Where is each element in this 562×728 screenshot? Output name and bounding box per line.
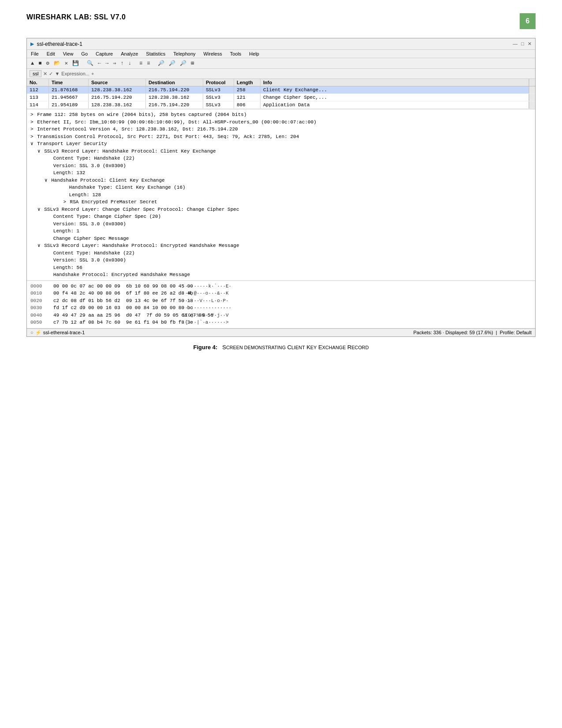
filter-check-icon[interactable]: ✓ — [49, 71, 53, 77]
toolbar-fwd[interactable]: → — [104, 60, 110, 67]
detail-line: Length: 56 — [30, 264, 532, 272]
figure-caption: Figure 4: SCREEN DEMONSTRATING CLIENT KE… — [26, 344, 536, 351]
statusbar-stats: Packets: 336 · Displayed: 59 (17.6%) | P… — [413, 330, 532, 335]
packet-proto: SSLv3 — [203, 94, 234, 101]
toolbar-zoom-in[interactable]: 🔎 — [156, 60, 166, 67]
header-source: Source — [89, 79, 146, 86]
detail-line[interactable]: ∨ Transport Layer Security — [30, 140, 532, 148]
detail-line[interactable]: > Internet Protocol Version 4, Src: 128.… — [30, 126, 532, 133]
packet-time: 21.945667 — [49, 94, 89, 101]
menu-analyze[interactable]: Analyze — [119, 51, 139, 57]
close-button[interactable]: ✕ — [528, 41, 532, 47]
hex-row: 0040 49 49 47 29 aa aa 25 96 d0 47 7f d0… — [30, 312, 532, 319]
table-row[interactable]: 114 21.954189 128.238.38.162 216.75.194.… — [27, 101, 535, 109]
statusbar-left: ○ ⚡ ssl-ethereal-trace-1 — [30, 330, 85, 336]
scrollbar-stub-row — [529, 86, 535, 93]
menu-help[interactable]: Help — [248, 51, 261, 57]
caption-label: Figure 4: — [193, 344, 217, 351]
detail-line: Handshake Protocol: Encrypted Handshake … — [30, 271, 532, 279]
packet-len: 258 — [234, 86, 261, 93]
toolbar-colorize[interactable]: ≡ — [138, 60, 144, 67]
expression-button[interactable]: Expression... — [61, 71, 89, 76]
menu-capture[interactable]: Capture — [94, 51, 114, 57]
menu-edit[interactable]: Edit — [45, 51, 56, 57]
packet-proto: SSLv3 — [203, 86, 234, 93]
detail-line[interactable]: ∨ SSLv3 Record Layer: Handshake Protocol… — [30, 242, 532, 250]
toolbar-save[interactable]: 💾 — [71, 60, 80, 67]
toolbar-autoscroll[interactable]: ≡ — [145, 60, 151, 67]
packet-info: Change Cipher Spec,... — [261, 94, 529, 101]
caption-text — [219, 344, 221, 351]
table-row[interactable]: 112 21.876168 128.238.38.162 216.75.194.… — [27, 86, 535, 94]
titlebar-left: ▶ ssl-ethereal-trace-1 — [30, 40, 82, 48]
detail-line[interactable]: ∨ SSLv3 Record Layer: Change Cipher Spec… — [30, 206, 532, 213]
toolbar: ▲ ■ ⚙ 📂 ✕ 💾 🔍 ← → ⇒ ↑ ↓ ≡ ≡ 🔎 🔎 🔎 ⊞ — [27, 58, 535, 69]
toolbar-stop[interactable]: ■ — [37, 60, 43, 67]
toolbar-dn[interactable]: ↓ — [127, 60, 133, 67]
packet-len: 121 — [234, 94, 261, 101]
menu-statistics[interactable]: Statistics — [145, 51, 167, 57]
detail-line: Version: SSL 3.0 (0x0300) — [30, 220, 532, 228]
menu-tools[interactable]: Tools — [229, 51, 243, 57]
detail-line: Handshake Type: Client Key Exchange (16) — [30, 184, 532, 191]
packet-no: 114 — [27, 101, 49, 108]
packet-list-header: No. Time Source Destination Protocol Len… — [27, 79, 535, 86]
filter-add-button[interactable]: + — [91, 71, 94, 76]
toolbar-up[interactable]: ↑ — [119, 60, 125, 67]
hex-offset: 0050 — [30, 319, 48, 326]
table-row[interactable]: 113 21.945667 216.75.194.220 128.238.38.… — [27, 94, 535, 101]
packet-dst: 128.238.38.162 — [146, 94, 203, 101]
toolbar-zoom-normal[interactable]: 🔎 — [179, 60, 188, 67]
window-title: ssl-ethereal-trace-1 — [37, 41, 82, 47]
hex-row: 0010 00 f4 48 2c 40 00 80 06 6f 1f 80 ee… — [30, 290, 532, 297]
menu-telephony[interactable]: Telephony — [172, 51, 197, 57]
maximize-button[interactable]: □ — [521, 41, 524, 47]
detail-line[interactable]: ∨ SSLv3 Record Layer: Handshake Protocol… — [30, 148, 532, 155]
detail-line: Content Type: Handshake (22) — [30, 250, 532, 257]
toolbar-find[interactable]: 🔍 — [86, 60, 95, 67]
filter-dropdown-icon[interactable]: ▼ — [55, 71, 60, 76]
packet-info: Application Data — [261, 101, 529, 108]
toolbar-go[interactable]: ⇒ — [112, 60, 117, 67]
toolbar-resize[interactable]: ⊞ — [190, 60, 195, 67]
toolbar-start[interactable]: ▲ — [30, 60, 35, 67]
hex-bytes: 00 00 0c 07 ac 00 00 09 6b 10 60 99 08 0… — [53, 283, 177, 290]
detail-line: Version: SSL 3.0 (0x0300) — [30, 162, 532, 170]
header-no: No. — [27, 79, 49, 86]
toolbar-zoom-out[interactable]: 🔎 — [167, 60, 177, 67]
toolbar-close[interactable]: ✕ — [63, 60, 69, 67]
packet-info: Client Key Exchange... — [261, 86, 529, 93]
detail-line[interactable]: > Ethernet II, Src: Ibm_10:60:99 (00:09:… — [30, 119, 532, 126]
detail-line[interactable]: > RSA Encrypted PreMaster Secret — [30, 198, 532, 206]
detail-line[interactable]: > Frame 112: 258 bytes on wire (2064 bit… — [30, 111, 532, 119]
window-controls[interactable]: — □ ✕ — [513, 41, 532, 47]
hex-row: 0000 00 00 0c 07 ac 00 00 09 6b 10 60 99… — [30, 283, 532, 290]
titlebar: ▶ ssl-ethereal-trace-1 — □ ✕ — [27, 38, 535, 50]
menu-wireless[interactable]: Wireless — [202, 51, 223, 57]
filter-x-icon[interactable]: ✕ — [43, 71, 47, 77]
header-time: Time — [49, 79, 89, 86]
hex-ascii: IIG)·%·G··Y·j··V — [182, 312, 229, 319]
detail-line: Content Type: Change Cipher Spec (20) — [30, 213, 532, 220]
menu-go[interactable]: Go — [80, 51, 89, 57]
hex-ascii: ················· — [182, 304, 231, 312]
toolbar-open[interactable]: 📂 — [52, 60, 62, 67]
minimize-button[interactable]: — — [513, 41, 517, 47]
hex-ascii: ··H,@···o···&··K — [182, 290, 229, 297]
hex-offset: 0030 — [30, 304, 48, 312]
packet-src: 216.75.194.220 — [89, 94, 146, 101]
page-title: WIRESHARK LAB: SSL V7.0 — [26, 13, 126, 21]
detail-line[interactable]: > Transmission Control Protocol, Src Por… — [30, 133, 532, 141]
menu-file[interactable]: File — [30, 51, 40, 57]
page-number: 6 — [520, 13, 536, 29]
page-header: WIRESHARK LAB: SSL V7.0 6 — [26, 13, 536, 29]
hex-ascii: ·········k·`···E· — [182, 283, 231, 290]
detail-line[interactable]: ∨ Handshake Protocol: Client Key Exchang… — [30, 177, 532, 184]
statusbar-filename: ssl-ethereal-trace-1 — [43, 330, 85, 335]
packet-time: 21.876168 — [49, 86, 89, 93]
toolbar-back[interactable]: ← — [97, 60, 102, 67]
toolbar-restart[interactable]: ⚙ — [45, 60, 50, 67]
packet-src: 128.238.38.162 — [89, 86, 146, 93]
menu-view[interactable]: View — [62, 51, 75, 57]
hex-bytes: c7 7b 12 af 08 b4 7c 60 9e 61 f1 04 b0 f… — [53, 319, 177, 326]
